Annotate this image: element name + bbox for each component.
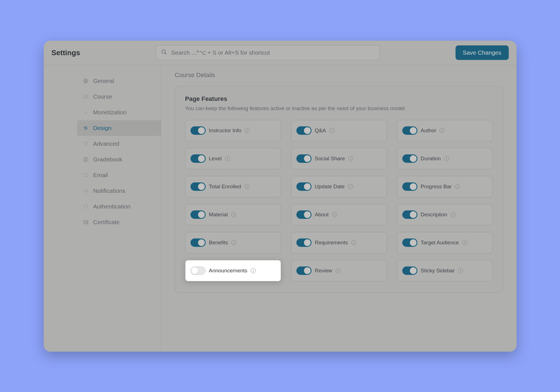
- search-box[interactable]: [156, 45, 380, 60]
- feature-toggle[interactable]: [296, 182, 312, 191]
- feature-instructor-info: Instructor Infoi: [185, 120, 281, 141]
- feature-q-a: Q&Ai: [291, 120, 387, 141]
- feature-toggle[interactable]: [190, 238, 206, 247]
- header: Settings Save Changes: [44, 41, 517, 65]
- feature-label: Social Share: [315, 156, 345, 162]
- info-icon[interactable]: i: [455, 184, 460, 189]
- feature-toggle[interactable]: [402, 154, 417, 163]
- features-grid: Instructor InfoiQ&AiAuthoriLeveliSocial …: [185, 120, 493, 281]
- feature-label: Q&A: [315, 127, 326, 134]
- feature-toggle[interactable]: [190, 210, 206, 219]
- svg-point-4: [85, 112, 86, 113]
- svg-point-8: [85, 129, 85, 129]
- info-icon[interactable]: i: [351, 240, 356, 245]
- sidebar-item-label: Email: [93, 172, 108, 178]
- sidebar-item-label: Gradebook: [93, 156, 122, 163]
- sidebar-item-label: Monetization: [93, 109, 127, 116]
- feature-toggle[interactable]: [402, 210, 417, 219]
- feature-toggle[interactable]: [296, 126, 312, 135]
- feature-label: Description: [421, 212, 447, 218]
- feature-toggle[interactable]: [402, 126, 417, 135]
- feature-author: Authori: [397, 120, 493, 141]
- info-icon[interactable]: i: [336, 268, 341, 273]
- sidebar-item-course[interactable]: Course: [77, 89, 161, 105]
- info-icon[interactable]: i: [451, 212, 456, 217]
- feature-level: Leveli: [185, 148, 281, 169]
- feature-toggle[interactable]: [190, 266, 206, 275]
- info-icon[interactable]: i: [332, 212, 337, 217]
- svg-point-6: [85, 126, 86, 127]
- bell-icon: [83, 188, 89, 194]
- search-wrap: [80, 45, 456, 60]
- sidebar-item-authentication[interactable]: Authentication: [77, 199, 161, 214]
- feature-label: Announcements: [209, 268, 247, 274]
- feature-toggle[interactable]: [190, 126, 206, 135]
- feature-review: Reviewi: [291, 260, 387, 281]
- feature-label: About: [315, 212, 329, 218]
- sidebar-item-monetization[interactable]: Monetization: [77, 105, 161, 120]
- sidebar-item-label: Course: [93, 93, 112, 100]
- sidebar-item-general[interactable]: General: [77, 73, 161, 89]
- info-icon[interactable]: i: [348, 156, 353, 161]
- svg-point-5: [84, 127, 85, 128]
- sidebar-item-certificate[interactable]: Certificate: [77, 214, 161, 230]
- feature-toggle[interactable]: [296, 238, 312, 247]
- feature-requirements: Requirementsi: [291, 232, 387, 253]
- sidebar-item-email[interactable]: Email: [77, 167, 161, 183]
- sidebar-item-notifications[interactable]: Notifications: [77, 183, 161, 199]
- feature-progress-bar: Progress Bari: [397, 176, 493, 197]
- settings-window: Settings Save Changes GeneralCourseMonet…: [44, 41, 517, 352]
- feature-material: Materiali: [185, 204, 281, 225]
- feature-toggle[interactable]: [402, 182, 417, 191]
- save-changes-button[interactable]: Save Changes: [456, 45, 509, 60]
- info-icon[interactable]: i: [462, 240, 467, 245]
- sidebar-item-design[interactable]: Design: [77, 120, 161, 136]
- feature-toggle[interactable]: [296, 154, 312, 163]
- mail-icon: [83, 172, 89, 178]
- feature-about: Abouti: [291, 204, 387, 225]
- svg-point-12: [86, 222, 87, 223]
- grade-icon: [83, 156, 89, 163]
- book-icon: [83, 94, 89, 100]
- feature-toggle[interactable]: [296, 210, 312, 219]
- svg-point-7: [86, 128, 87, 129]
- info-icon[interactable]: i: [458, 268, 463, 273]
- panel-subtitle: You can keep the following features acti…: [185, 105, 493, 112]
- svg-rect-10: [83, 174, 88, 177]
- info-icon[interactable]: i: [231, 240, 236, 245]
- palette-icon: [83, 125, 89, 131]
- feature-total-enrolled: Total Enrolledi: [185, 176, 281, 197]
- feature-label: Progress Bar: [421, 184, 452, 190]
- feature-announcements: Announcementsi: [185, 260, 281, 281]
- sidebar-item-gradebook[interactable]: Gradebook: [77, 152, 161, 167]
- feature-duration: Durationi: [397, 148, 493, 169]
- feature-label: Total Enrolled: [209, 184, 241, 190]
- info-icon[interactable]: i: [245, 184, 250, 189]
- sidebar-item-advanced[interactable]: Advanced: [77, 136, 161, 152]
- info-icon[interactable]: i: [444, 156, 449, 161]
- info-icon[interactable]: i: [348, 184, 353, 189]
- shield-icon: [83, 203, 89, 210]
- sidebar-item-label: Advanced: [93, 140, 119, 147]
- info-icon[interactable]: i: [251, 268, 256, 273]
- feature-toggle[interactable]: [190, 182, 206, 191]
- feature-toggle[interactable]: [402, 238, 417, 247]
- feature-toggle[interactable]: [190, 154, 206, 163]
- money-icon: [83, 109, 89, 115]
- sidebar-item-label: Certificate: [93, 219, 120, 226]
- svg-line-1: [165, 53, 167, 55]
- feature-toggle[interactable]: [402, 266, 417, 275]
- info-icon[interactable]: i: [440, 128, 445, 133]
- info-icon[interactable]: i: [329, 128, 334, 133]
- feature-description: Descriptioni: [397, 204, 493, 225]
- info-icon[interactable]: i: [225, 156, 230, 161]
- panel-title: Page Features: [185, 95, 493, 103]
- info-icon[interactable]: i: [231, 212, 236, 217]
- sidebar-item-label: General: [93, 78, 114, 84]
- svg-point-0: [162, 50, 166, 54]
- search-input[interactable]: [171, 49, 375, 56]
- info-icon[interactable]: i: [245, 128, 250, 133]
- feature-benefits: Benefitsi: [185, 232, 281, 253]
- feature-label: Sticky Sidebar: [421, 268, 455, 274]
- feature-toggle[interactable]: [296, 266, 312, 275]
